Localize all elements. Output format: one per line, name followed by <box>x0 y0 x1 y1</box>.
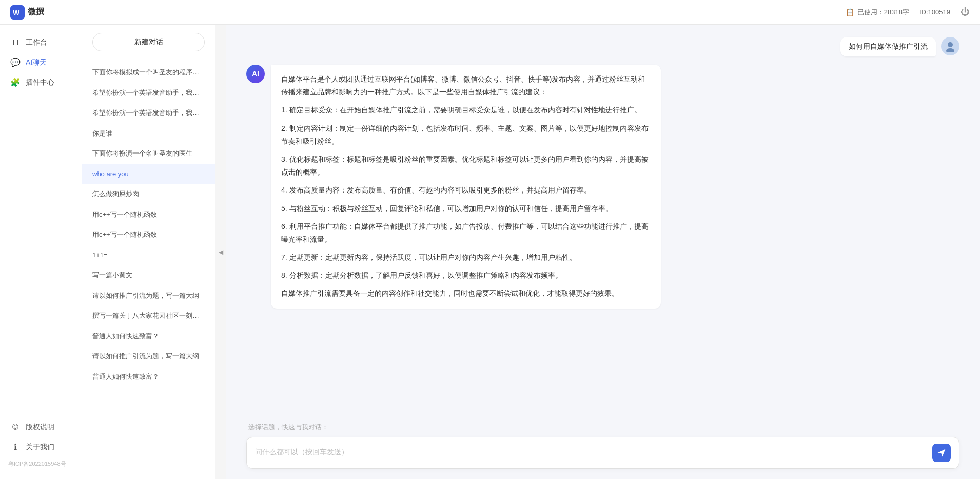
nav-label-workspace: 工作台 <box>26 38 47 47</box>
user-message-text: 如何用自媒体做推广引流 <box>840 37 936 56</box>
send-button[interactable] <box>932 444 951 462</box>
history-item[interactable]: who are you <box>82 164 215 184</box>
ai-content: 自媒体平台是个人或团队通过互联网平台(如博客、微博、微信公众号、抖音、快手等)发… <box>271 65 661 309</box>
app-logo: W 微撰 <box>10 5 44 20</box>
copyright-icon: © <box>10 423 21 432</box>
chat-messages: 如何用自媒体做推广引流 AI 自媒体平台是个人或团队通过互联网平台(如博客、微博… <box>226 25 980 423</box>
nav-item-about[interactable]: ℹ 关于我们 <box>0 437 82 457</box>
history-item[interactable]: 撰写一篇关于八大家花园社区一刻钟便民生... <box>82 305 215 326</box>
ai-paragraph-0: 自媒体平台是个人或团队通过互联网平台(如博客、微博、微信公众号、抖音、快手等)发… <box>281 73 651 99</box>
history-list: 下面你将模拟成一个叫圣友的程序员、我说... 希望你扮演一个英语发音助手，我提供… <box>82 58 215 479</box>
history-item[interactable]: 请以如何推广引流为题，写一篇大纲 <box>82 346 215 367</box>
history-item[interactable]: 希望你扮演一个英语发音助手，我提供给你... <box>82 83 215 103</box>
nav-label-copyright: 版权说明 <box>26 423 54 432</box>
history-item[interactable]: 用c++写一个随机函数 <box>82 224 215 245</box>
nav-item-plugin[interactable]: 🧩 插件中心 <box>0 72 82 92</box>
plugin-icon: 🧩 <box>10 78 21 87</box>
nav-item-copyright[interactable]: © 版权说明 <box>0 417 82 437</box>
icp-text: 粤ICP备2022015948号 <box>0 457 82 471</box>
history-item[interactable]: 用c++写一个随机函数 <box>82 204 215 225</box>
history-item[interactable]: 普通人如何快速致富？ <box>82 367 215 387</box>
topbar-right: 📋 已使用：28318字 ID:100519 ⏻ <box>846 7 970 17</box>
nav-item-workspace[interactable]: 🖥 工作台 <box>0 33 82 52</box>
ai-paragraph-1: 1. 确定目标受众：在开始自媒体推广引流之前，需要明确目标受众是谁，以便在发布内… <box>281 104 651 117</box>
usage-text: 已使用：28318字 <box>857 8 909 17</box>
history-item[interactable]: 请以如何推广引流为题，写一篇大纲 <box>82 285 215 306</box>
history-item[interactable]: 希望你扮演一个英语发音助手，我提供给你... <box>82 103 215 123</box>
history-header: 新建对话 <box>82 25 215 58</box>
nav-label-plugin: 插件中心 <box>26 78 54 87</box>
history-item[interactable]: 下面你将模拟成一个叫圣友的程序员、我说... <box>82 62 215 83</box>
send-icon <box>937 448 946 457</box>
chat-area: 如何用自媒体做推广引流 AI 自媒体平台是个人或团队通过互联网平台(如博客、微博… <box>226 25 980 479</box>
svg-point-3 <box>946 48 954 52</box>
history-panel: 新建对话 下面你将模拟成一个叫圣友的程序员、我说... 希望你扮演一个英语发音助… <box>82 25 215 479</box>
usage-icon: 📋 <box>846 8 854 16</box>
app-title: 微撰 <box>28 7 44 17</box>
sidebar: 🖥 工作台 💬 AI聊天 🧩 插件中心 © 版权说明 ℹ 关于我们 粤ICP备2… <box>0 25 82 479</box>
ai-paragraph-5: 5. 与粉丝互动：积极与粉丝互动，回复评论和私信，可以增加用户对你的认可和信任，… <box>281 202 651 215</box>
collapse-sidebar-button[interactable]: ◀ <box>215 25 226 479</box>
sidebar-bottom: © 版权说明 ℹ 关于我们 粤ICP备2022015948号 <box>0 413 82 471</box>
power-icon[interactable]: ⏻ <box>961 7 970 17</box>
ai-paragraph-2: 2. 制定内容计划：制定一份详细的内容计划，包括发布时间、频率、主题、文案、图片… <box>281 122 651 148</box>
usage-info: 📋 已使用：28318字 <box>846 8 909 17</box>
ai-paragraph-4: 4. 发布高质量内容：发布高质量、有价值、有趣的内容可以吸引更多的粉丝，并提高用… <box>281 184 651 197</box>
ai-paragraph-9: 自媒体推广引流需要具备一定的内容创作和社交能力，同时也需要不断尝试和优化，才能取… <box>281 287 651 300</box>
chat-input-area: 选择话题，快速与我对话： <box>226 423 980 479</box>
ai-avatar: AI <box>246 65 265 83</box>
ai-chat-icon: 💬 <box>10 58 21 67</box>
logo-icon: W <box>10 5 25 20</box>
nav-label-about: 关于我们 <box>26 443 54 452</box>
history-item[interactable]: 怎么做狗屎炒肉 <box>82 184 215 204</box>
history-item[interactable]: 下面你将扮演一个名叫圣友的医生 <box>82 143 215 164</box>
ai-paragraph-3: 3. 优化标题和标签：标题和标签是吸引粉丝的重要因素。优化标题和标签可以让更多的… <box>281 153 651 179</box>
ai-message: AI 自媒体平台是个人或团队通过互联网平台(如博客、微博、微信公众号、抖音、快手… <box>246 65 959 309</box>
about-icon: ℹ <box>10 442 21 452</box>
new-chat-button[interactable]: 新建对话 <box>92 33 205 51</box>
nav-item-ai-chat[interactable]: 💬 AI聊天 <box>0 52 82 72</box>
workspace-icon: 🖥 <box>10 38 21 47</box>
input-box <box>246 437 959 469</box>
nav-label-ai-chat: AI聊天 <box>26 58 47 67</box>
ai-paragraph-7: 7. 定期更新：定期更新内容，保持活跃度，可以让用户对你的内容产生兴趣，增加用户… <box>281 251 651 264</box>
svg-point-2 <box>948 42 953 47</box>
svg-text:W: W <box>13 9 20 17</box>
topbar: W 微撰 📋 已使用：28318字 ID:100519 ⏻ <box>0 0 980 25</box>
history-item[interactable]: 普通人如何快速致富？ <box>82 326 215 347</box>
id-text: ID:100519 <box>919 8 950 16</box>
history-item[interactable]: 1+1= <box>82 245 215 265</box>
history-item[interactable]: 你是谁 <box>82 123 215 144</box>
chat-input[interactable] <box>255 447 932 459</box>
ai-paragraph-8: 8. 分析数据：定期分析数据，了解用户反馈和喜好，以便调整推广策略和内容发布频率… <box>281 269 651 282</box>
ai-paragraph-6: 6. 利用平台推广功能：自媒体平台都提供了推广功能，如广告投放、付费推广等，可以… <box>281 220 651 246</box>
user-message: 如何用自媒体做推广引流 <box>246 37 959 56</box>
quick-topics-label: 选择话题，快速与我对话： <box>246 423 959 432</box>
user-avatar <box>941 37 959 55</box>
history-item[interactable]: 写一篇小黄文 <box>82 265 215 285</box>
